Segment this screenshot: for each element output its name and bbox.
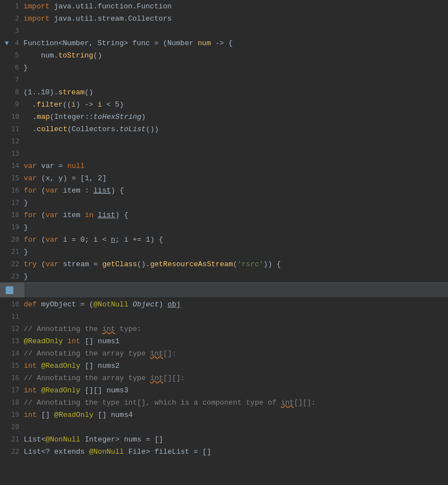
token-kw: for [23, 186, 36, 195]
token-kw: var [45, 236, 58, 244]
code-line: 16for (var item : list) { [0, 184, 448, 196]
token-cmt: // Annotating the array type [23, 349, 150, 358]
token-plain: } [23, 64, 28, 72]
token-plain: (( [63, 100, 72, 109]
token-cls: Function [137, 2, 171, 11]
token-plain: ( [37, 236, 46, 244]
token-ann: @ReadOnly [41, 362, 80, 370]
code-line: 8(1..10).stream() [0, 86, 448, 98]
token-kw: import [23, 2, 50, 11]
token-plain: Integer> nums = [] [80, 435, 163, 444]
token-plain: ( [37, 260, 46, 268]
token-plain: } [23, 248, 28, 256]
line-number: 8 [11, 86, 23, 98]
line-content: } [23, 271, 446, 283]
token-kw: import [23, 15, 50, 23]
code-line: 21} [0, 246, 448, 258]
line-number: 7 [11, 74, 23, 86]
code-line: 18for (var item in list) { [0, 209, 448, 221]
token-plain: (1..10). [23, 88, 58, 97]
line-number: 2 [11, 12, 23, 25]
token-cmt: []: [163, 349, 176, 358]
token-kw: in [85, 211, 94, 219]
token-kw: int [67, 337, 80, 345]
code-line: 23} [0, 270, 448, 282]
code-line: 1import java.util.function.Function [0, 0, 448, 12]
code-line: 19} [0, 221, 448, 233]
code-line: 20 [0, 421, 448, 433]
token-kw: var [23, 174, 36, 183]
line-content: } [23, 62, 446, 74]
token-method: stream [58, 88, 84, 97]
code-line: 19int [] @ReadOnly [] nums4 [0, 409, 448, 421]
gutter-marker: ▼ [2, 37, 11, 50]
line-content: for (var i = 0; i < n; i += 1) { [23, 234, 446, 246]
code-line: 18// Annotating the type int[], which is… [0, 396, 448, 409]
token-plain: i = 0; i < [59, 236, 111, 244]
line-number: 11 [11, 123, 23, 135]
line-content: for (var item in list) { [23, 209, 446, 222]
token-method: filter [36, 100, 63, 109]
token-kw: null [67, 162, 84, 170]
line-number: 16 [11, 372, 23, 384]
token-plain: List< [23, 435, 45, 444]
line-content: List<? extends @NonNull File> fileList =… [23, 446, 446, 458]
token-plain: . [23, 100, 36, 109]
line-content: try (var stream = getClass().getResource… [23, 258, 446, 271]
token-kw: int [23, 386, 36, 395]
token-plain: ( [233, 260, 237, 268]
token-plain: ()) [146, 125, 159, 133]
code-line: 10 .map(Integer::toHexString) [0, 111, 448, 123]
bottom-pane: 10def myObject = (@NotNull Object) obj11… [0, 298, 448, 458]
code-line: 11 [0, 310, 448, 323]
line-number: 19 [11, 409, 23, 421]
line-number: 4 [11, 37, 23, 49]
token-plain: java.util.function. [50, 2, 137, 11]
token-kw: try [23, 260, 36, 268]
code-line: 3 [0, 25, 448, 37]
line-number: 19 [11, 221, 23, 233]
line-number: 21 [11, 246, 23, 258]
token-kw: var [45, 211, 58, 219]
token-cmt: [][]: [294, 398, 316, 407]
line-number: 20 [11, 233, 23, 246]
code-line: 7 [0, 74, 448, 86]
token-ann: @ReadOnly [41, 386, 80, 395]
token-plain: item [59, 211, 85, 219]
token-underline: list [98, 211, 115, 219]
code-line: 14// Annotating the array type int[]: [0, 347, 448, 359]
token-param: num [198, 39, 211, 47]
token-cmt: [][]: [163, 374, 185, 382]
line-number: 13 [11, 147, 23, 160]
line-number: 15 [11, 172, 23, 184]
token-plain: (Collectors. [67, 125, 120, 133]
token-plain: ) [159, 300, 168, 309]
code-line: 5 num.toString() [0, 49, 448, 61]
token-plain: () [84, 88, 93, 97]
line-content: int @ReadOnly [][] nums3 [23, 385, 446, 397]
token-underline: obj [168, 300, 180, 309]
token-plain: ( [37, 186, 46, 195]
line-content: def myObject = (@NotNull Object) obj [23, 299, 446, 311]
line-number: 17 [11, 196, 23, 209]
token-kw: for [23, 236, 36, 244]
token-plain: -> { [211, 39, 232, 47]
line-content: num.toString() [23, 50, 446, 62]
line-content: // Annotating the int type: [23, 323, 446, 335]
code-line: 2import java.util.stream.Collectors [0, 12, 448, 25]
code-line: 20for (var i = 0; i < n; i += 1) { [0, 233, 448, 246]
editor-container: 1import java.util.function.Function2impo… [0, 0, 448, 485]
token-plain [93, 211, 98, 219]
line-content: // Annotating the array type int[]: [23, 348, 446, 360]
tab-bar [0, 282, 448, 298]
line-content: // Annotating the type int[], which is a… [23, 397, 446, 409]
token-cmt-squiggly: int [150, 374, 163, 382]
line-number: 22 [11, 445, 23, 458]
token-plain: . [23, 113, 36, 121]
token-cmt: // Annotating the type int[], which is a… [23, 398, 280, 407]
tab-jsr308[interactable] [0, 283, 25, 297]
token-plain [37, 362, 41, 370]
token-ann: @NonNull [89, 448, 123, 456]
line-number: 9 [11, 98, 23, 111]
code-line: 13 [0, 147, 448, 160]
